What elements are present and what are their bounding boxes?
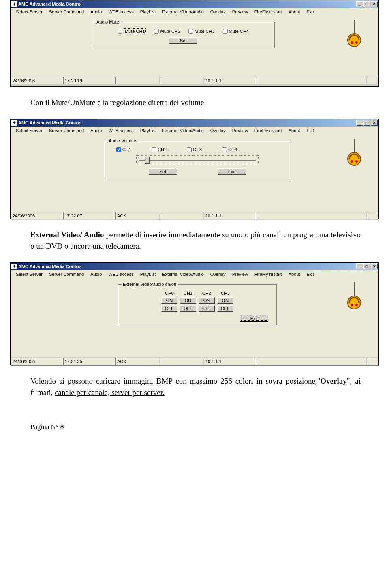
menu-item[interactable]: External Video/Audio bbox=[159, 127, 207, 134]
mute-ch4-checkbox[interactable]: Mute CH4 bbox=[223, 29, 249, 34]
status-date: 24/06/2006 bbox=[11, 358, 63, 365]
status-f4 bbox=[160, 212, 203, 219]
status-bar: 24/06/2006 17.31.35 ACK 10.1.1.1 bbox=[11, 357, 378, 365]
ch3-on-button[interactable]: ON bbox=[217, 297, 233, 304]
svg-point-11 bbox=[355, 304, 358, 306]
status-f6 bbox=[256, 358, 366, 365]
ch0-on-button[interactable]: ON bbox=[161, 297, 177, 304]
menu-item[interactable]: WEB access bbox=[105, 127, 137, 134]
menu-item[interactable]: PlayList bbox=[137, 9, 159, 15]
menu-item[interactable]: Overlay bbox=[207, 271, 229, 277]
ch3-off-button[interactable]: OFF bbox=[217, 305, 233, 312]
amc-window-volume: ✦ AMC Advanced Media Control _ □ ✕ Selec… bbox=[10, 119, 379, 219]
title-bar: ✦ AMC Advanced Media Control _ □ ✕ bbox=[11, 119, 378, 127]
group-legend: External Video/audio on/off bbox=[122, 282, 177, 287]
menu-item[interactable]: Exit bbox=[303, 271, 317, 277]
menu-item[interactable]: About bbox=[285, 271, 304, 277]
volume-slider[interactable] bbox=[136, 155, 259, 165]
group-legend: Audio Volume bbox=[107, 138, 137, 143]
amc-window-external: ✦ AMC Advanced Media Control _ □ ✕ Selec… bbox=[10, 262, 379, 365]
status-ip: 10.1.1.1 bbox=[204, 212, 256, 219]
set-button[interactable]: Set bbox=[169, 37, 197, 44]
group-legend: Audio Mute bbox=[95, 19, 120, 24]
page-footer: Pagina N° 8 bbox=[30, 423, 389, 431]
ch2-off-button[interactable]: OFF bbox=[199, 305, 215, 312]
menu-item[interactable]: FireFly restart bbox=[251, 271, 285, 277]
close-button[interactable]: ✕ bbox=[371, 120, 378, 126]
menu-item[interactable]: FireFly restart bbox=[251, 9, 285, 15]
minimize-button[interactable]: _ bbox=[356, 263, 363, 269]
menu-item[interactable]: Overlay bbox=[207, 127, 229, 134]
set-button[interactable]: Set bbox=[149, 168, 177, 175]
title-bar: ✦ AMC Advanced Media Control _ □ ✕ bbox=[11, 0, 378, 8]
ch1-on-button[interactable]: ON bbox=[180, 297, 196, 304]
audio-volume-group: Audio Volume CH1 CH2 CH3 CH4 Set Exit bbox=[104, 141, 291, 179]
menu-item[interactable]: About bbox=[285, 9, 304, 15]
menu-item[interactable]: Preview bbox=[229, 271, 251, 277]
slider-thumb[interactable] bbox=[145, 157, 150, 164]
maximize-button[interactable]: □ bbox=[363, 120, 370, 126]
menu-item[interactable]: Audio bbox=[87, 127, 105, 134]
menu-item[interactable]: Server Command bbox=[46, 9, 87, 15]
svg-point-10 bbox=[351, 304, 353, 306]
app-logo-icon bbox=[342, 139, 366, 167]
window-title: AMC Advanced Media Control bbox=[18, 120, 356, 125]
menu-item[interactable]: Server Command bbox=[46, 271, 87, 277]
maximize-button[interactable]: □ bbox=[363, 263, 370, 269]
menu-item[interactable]: Overlay bbox=[207, 9, 229, 15]
menu-item[interactable]: Audio bbox=[87, 9, 105, 15]
menu-item[interactable]: Server Command bbox=[46, 127, 87, 134]
menu-item[interactable]: Select Server bbox=[13, 127, 46, 134]
status-f6 bbox=[256, 77, 366, 84]
mute-ch2-checkbox[interactable]: Mute CH2 bbox=[154, 29, 180, 34]
status-bar: 24/06/2006 17.22.07 ACK 10.1.1.1 bbox=[11, 212, 378, 220]
status-ack: ACK bbox=[115, 212, 159, 219]
menu-item[interactable]: WEB access bbox=[105, 9, 137, 15]
client-area: Audio Mute Mute CH1 Mute CH2 Mute CH3 Mu… bbox=[11, 16, 378, 77]
menu-item[interactable]: Exit bbox=[303, 127, 317, 134]
menu-bar: Select Server Server Command Audio WEB a… bbox=[11, 127, 378, 135]
ch2-on-button[interactable]: ON bbox=[199, 297, 215, 304]
status-f3 bbox=[115, 77, 159, 84]
status-date: 24/06/2006 bbox=[11, 212, 63, 219]
exit-button[interactable]: Exit bbox=[240, 315, 268, 322]
menu-item[interactable]: PlayList bbox=[137, 271, 159, 277]
mute-ch1-checkbox[interactable]: Mute CH1 bbox=[118, 28, 146, 34]
menu-item[interactable]: Preview bbox=[229, 127, 251, 134]
ch4-checkbox[interactable]: CH4 bbox=[222, 147, 237, 152]
status-date: 24/06/2006 bbox=[11, 77, 63, 84]
status-time: 17.20.19 bbox=[63, 77, 115, 84]
svg-point-7 bbox=[355, 160, 358, 163]
menu-item[interactable]: Select Server bbox=[13, 9, 46, 15]
app-icon: ✦ bbox=[11, 264, 17, 269]
menu-item[interactable]: Select Server bbox=[13, 271, 46, 277]
mute-ch3-checkbox[interactable]: Mute CH3 bbox=[188, 29, 215, 34]
close-button[interactable]: ✕ bbox=[371, 1, 378, 7]
svg-point-3 bbox=[355, 41, 358, 44]
paragraph-2: External Video/ Audio permette di inseri… bbox=[30, 229, 361, 252]
close-button[interactable]: ✕ bbox=[371, 263, 378, 269]
minimize-button[interactable]: _ bbox=[356, 120, 363, 126]
ch1-checkbox[interactable]: CH1 bbox=[116, 147, 131, 152]
menu-item[interactable]: External Video/Audio bbox=[159, 9, 207, 15]
status-ip: 10.1.1.1 bbox=[204, 77, 256, 84]
menu-item[interactable]: Preview bbox=[229, 9, 251, 15]
menu-item[interactable]: FireFly restart bbox=[251, 127, 285, 134]
ch3-checkbox[interactable]: CH3 bbox=[187, 147, 202, 152]
ch0-off-button[interactable]: OFF bbox=[161, 305, 177, 312]
maximize-button[interactable]: □ bbox=[363, 1, 370, 7]
menu-item[interactable]: External Video/Audio bbox=[159, 271, 207, 277]
app-icon: ✦ bbox=[11, 1, 17, 7]
menu-item[interactable]: About bbox=[285, 127, 304, 134]
menu-item[interactable]: Exit bbox=[303, 9, 317, 15]
ch2-checkbox[interactable]: CH2 bbox=[152, 147, 167, 152]
status-bar: 24/06/2006 17.20.19 10.1.1.1 bbox=[11, 77, 378, 85]
menu-item[interactable]: WEB access bbox=[105, 271, 137, 277]
client-area: External Video/audio on/off CH0 CH1 CH2 … bbox=[11, 278, 378, 357]
minimize-button[interactable]: _ bbox=[356, 1, 363, 7]
exit-button[interactable]: Exit bbox=[218, 168, 246, 175]
menu-item[interactable]: PlayList bbox=[137, 127, 159, 134]
ch1-off-button[interactable]: OFF bbox=[180, 305, 196, 312]
status-time: 17.22.07 bbox=[63, 212, 115, 219]
menu-item[interactable]: Audio bbox=[87, 271, 105, 277]
